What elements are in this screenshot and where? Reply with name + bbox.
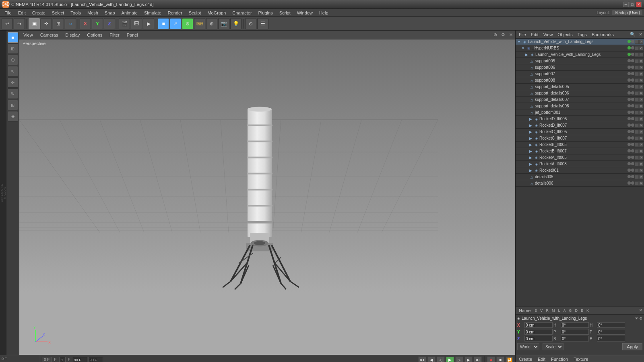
play-button[interactable]: ▶ <box>446 356 454 362</box>
t[interactable]: ✕ <box>639 162 643 166</box>
m[interactable] <box>635 111 639 115</box>
r[interactable] <box>631 111 634 114</box>
om-edit-menu[interactable]: Edit <box>529 31 540 38</box>
go-end-button[interactable]: ⏭ <box>474 356 482 362</box>
list-item[interactable]: △ jet_bottom001 ✕ <box>516 109 644 116</box>
record-button[interactable]: ● <box>487 356 495 362</box>
r[interactable] <box>631 136 634 140</box>
m[interactable] <box>635 130 639 134</box>
menu-mograph[interactable]: MoGraph <box>204 10 229 16</box>
r[interactable] <box>631 130 634 133</box>
viewport-expand[interactable]: ⊕ <box>493 32 497 37</box>
m[interactable] <box>635 162 639 166</box>
render-button[interactable]: ▶ <box>143 18 154 29</box>
om-bookmarks-menu[interactable]: Bookmarks <box>590 31 615 38</box>
paint-icon[interactable]: ◈ <box>8 111 18 121</box>
m[interactable] <box>635 117 639 121</box>
r[interactable] <box>631 143 634 146</box>
m[interactable] <box>635 72 639 76</box>
r[interactable] <box>631 98 634 101</box>
frame-display[interactable]: 0 F <box>42 357 52 362</box>
end-frame-input[interactable] <box>89 357 103 362</box>
prev-frame-button[interactable]: ◀ <box>427 356 436 362</box>
t[interactable]: ✕ <box>639 156 643 160</box>
m[interactable] <box>635 91 639 95</box>
menu-tools[interactable]: Tools <box>68 10 84 16</box>
r[interactable] <box>631 181 634 185</box>
object-item-hypernurbs[interactable]: ▼ ⊞ _HyperNURBS ✓ <box>516 45 644 51</box>
r[interactable] <box>631 85 634 88</box>
move-tool-button[interactable]: ✛ <box>41 18 52 29</box>
render-dot[interactable] <box>631 40 634 43</box>
m[interactable] <box>635 169 639 173</box>
t[interactable]: ✕ <box>639 98 643 102</box>
fps-input[interactable] <box>59 357 66 362</box>
attr-close-icon[interactable]: ✕ <box>639 308 642 313</box>
list-item[interactable]: ▶ ◈ RocketC_lft005 ✕ <box>516 129 644 135</box>
v[interactable] <box>627 175 631 178</box>
menu-script[interactable]: Script <box>277 10 293 16</box>
m[interactable] <box>635 143 639 147</box>
r[interactable] <box>631 66 634 69</box>
list-item[interactable]: △ support_details005 ✕ <box>516 84 644 90</box>
v[interactable] <box>627 143 631 146</box>
size-b-input[interactable] <box>597 336 625 341</box>
x-pos-input[interactable] <box>524 322 553 328</box>
checkerboard-icon[interactable]: ⊞ <box>8 43 18 54</box>
close-button[interactable]: ✕ <box>636 2 642 7</box>
mat-sq[interactable] <box>635 46 639 50</box>
z-pos-input[interactable] <box>524 336 553 341</box>
om-file-menu[interactable]: File <box>517 31 528 38</box>
t1[interactable] <box>639 53 643 57</box>
m[interactable] <box>635 78 639 82</box>
t[interactable]: ✕ <box>639 91 643 95</box>
menu-create[interactable]: Create <box>29 10 48 16</box>
attr-eye-icon[interactable]: 👁 <box>635 317 638 321</box>
list-item[interactable]: ▶ ◈ RocketD_lft007 ✕ <box>516 122 644 129</box>
play-fwd-button[interactable]: ▷ <box>455 356 463 362</box>
deformer-button[interactable]: ⌨ <box>194 18 205 29</box>
next-frame-button[interactable]: ▶ <box>464 356 473 362</box>
menu-simulate[interactable]: Simulate <box>141 10 164 16</box>
r1[interactable] <box>631 53 634 56</box>
list-item[interactable]: ▶ ◈ RocketC_lft007 ✕ <box>516 135 644 142</box>
list-item[interactable]: △ support007 ✕ <box>516 71 644 77</box>
p-input[interactable] <box>561 329 589 335</box>
r[interactable] <box>631 91 634 95</box>
t[interactable]: ✕ <box>639 143 643 147</box>
list-item[interactable]: ▶ ◈ Rocket001 ✕ <box>516 167 644 174</box>
h-input[interactable] <box>561 322 589 328</box>
viewport[interactable]: Perspective X Y Z <box>19 39 515 355</box>
mat-texture-menu[interactable]: Texture <box>572 356 590 362</box>
object-mode-icon[interactable]: ■ <box>8 32 18 43</box>
t[interactable]: ✕ <box>639 66 643 70</box>
v[interactable] <box>627 91 631 95</box>
redo-button[interactable]: ↪ <box>14 18 25 29</box>
scale-tool-button[interactable]: ⊞ <box>53 18 64 29</box>
list-item[interactable]: △ details005 ✕ <box>516 174 644 180</box>
r[interactable] <box>631 123 634 127</box>
field-button[interactable]: ⊕ <box>206 18 217 29</box>
v[interactable] <box>627 104 631 107</box>
viewport-cameras-menu[interactable]: Cameras <box>38 32 61 38</box>
expand-icon[interactable]: ▶ <box>529 123 532 128</box>
minimize-button[interactable]: ─ <box>623 2 629 7</box>
r[interactable] <box>631 78 634 82</box>
z-axis-button[interactable]: Z <box>104 18 115 29</box>
m[interactable] <box>635 149 639 153</box>
v[interactable] <box>627 59 631 62</box>
t[interactable]: ✕ <box>639 85 643 89</box>
viewport-options-menu[interactable]: Options <box>85 32 105 38</box>
menu-select[interactable]: Select <box>49 10 67 16</box>
v[interactable] <box>627 98 631 101</box>
rend-dot[interactable] <box>631 46 634 49</box>
v[interactable] <box>627 78 631 82</box>
v[interactable] <box>627 85 631 88</box>
list-item[interactable]: △ support008 ✕ <box>516 77 644 84</box>
v[interactable] <box>627 181 631 185</box>
m[interactable] <box>635 85 639 89</box>
maximize-button[interactable]: □ <box>630 2 635 7</box>
t[interactable]: ✕ <box>639 111 643 115</box>
m[interactable] <box>635 104 639 108</box>
menu-edit[interactable]: Edit <box>15 10 29 16</box>
